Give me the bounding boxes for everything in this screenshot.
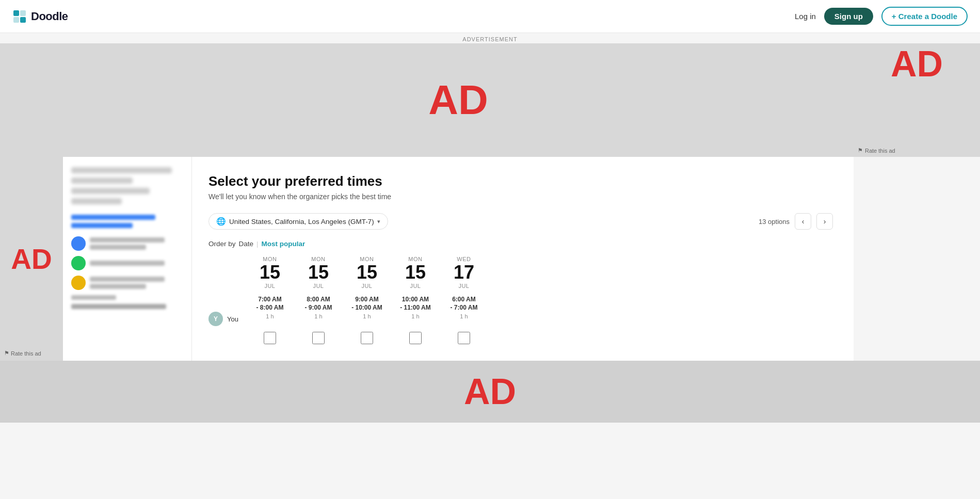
day-header-1: MON 15 JUL (308, 256, 329, 289)
header: Doodle Log in Sign up + Create a Doodle (0, 0, 980, 33)
blurred-line-3 (71, 188, 150, 194)
svg-rect-0 (13, 10, 19, 16)
flag-icon-right: ⚑ (858, 147, 863, 154)
rate-this-ad-right[interactable]: ⚑ Rate this ad (854, 145, 899, 157)
ad-left-text: AD (11, 243, 52, 276)
options-nav: 13 options ‹ › (759, 213, 833, 230)
checkbox-2[interactable] (361, 332, 373, 344)
svg-rect-2 (13, 17, 19, 23)
create-doodle-button[interactable]: + Create a Doodle (881, 7, 968, 26)
ad-left-top (0, 43, 63, 157)
day-col-0: MON 15 JUL 7:00 AM- 8:00 AM 1 h (247, 256, 293, 344)
day-number-3: 15 (405, 262, 426, 283)
blurred-link-1 (71, 215, 155, 220)
doodle-panel: Select your preferred times We'll let yo… (192, 157, 854, 361)
day-header-3: MON 15 JUL (405, 256, 426, 289)
panel-title: Select your preferred times (208, 173, 833, 189)
day-columns: MON 15 JUL 7:00 AM- 8:00 AM 1 h MON 15 J… (247, 256, 487, 344)
login-button[interactable]: Log in (795, 12, 816, 21)
header-actions: Log in Sign up + Create a Doodle (795, 7, 968, 26)
ad-bottom: AD (0, 361, 980, 423)
day-number-1: 15 (308, 262, 329, 283)
day-col-2: MON 15 JUL 9:00 AM- 10:00 AM 1 h (344, 256, 390, 344)
flag-icon-left: ⚑ (4, 350, 9, 357)
logo-area: Doodle (12, 9, 68, 24)
order-by-date-link[interactable]: Date (239, 240, 254, 248)
calendar-grid: Y You MON 15 JUL 7:00 AM- 8:00 AM 1 h MO… (208, 256, 833, 344)
order-by-label: Order by (208, 240, 236, 248)
duration-2: 1 h (363, 313, 371, 319)
blurred-text-2a (90, 261, 165, 266)
day-number-2: 15 (357, 262, 377, 283)
blurred-small-1 (71, 295, 116, 300)
checkbox-3[interactable] (409, 332, 422, 344)
time-slot-2: 9:00 AM- 10:00 AM (351, 295, 382, 313)
next-button[interactable]: › (816, 213, 833, 230)
blurred-text-group-1 (90, 237, 183, 250)
svg-rect-1 (20, 10, 26, 16)
signup-button[interactable]: Sign up (824, 8, 873, 25)
calendar-labels-col: Y You (208, 256, 238, 336)
globe-icon: 🌐 (216, 217, 226, 226)
advertisement-label: ADVERTISEMENT (0, 33, 980, 43)
user-row: Y You (208, 301, 238, 336)
ad-bottom-text: AD (464, 371, 516, 412)
time-slot-0: 7:00 AM- 8:00 AM (256, 295, 283, 313)
options-count: 13 options (759, 218, 790, 226)
logo-text: Doodle (31, 10, 68, 23)
time-slot-4: 6:00 AM- 7:00 AM (450, 295, 477, 313)
ad-right-top: AD ⚑ Rate this ad (854, 43, 980, 157)
user-name: You (227, 315, 238, 323)
doodle-logo-icon (12, 9, 27, 24)
user-avatar: Y (208, 312, 223, 326)
day-number-4: 17 (454, 262, 474, 283)
blurred-text-group-2 (90, 261, 183, 266)
blurred-line-4 (71, 198, 122, 204)
left-sidebar-ad: AD ⚑ Rate this ad (0, 157, 63, 361)
rate-this-ad-left[interactable]: ⚑ Rate this ad (4, 350, 41, 357)
day-col-1: MON 15 JUL 8:00 AM- 9:00 AM 1 h (295, 256, 342, 344)
duration-1: 1 h (314, 313, 322, 319)
day-month-1: JUL (308, 283, 329, 289)
blurred-line-1 (71, 167, 172, 173)
order-by-popular-link[interactable]: Most popular (262, 240, 306, 248)
day-header-4: WED 17 JUL (454, 256, 474, 289)
right-sidebar-ad (854, 157, 980, 361)
order-separator: | (256, 240, 259, 248)
timezone-row: 🌐 United States, California, Los Angeles… (208, 213, 833, 230)
order-by-row: Order by Date | Most popular (208, 240, 833, 248)
blurred-text-3b (90, 284, 146, 289)
duration-0: 1 h (266, 313, 274, 319)
blurred-user-2 (71, 256, 183, 270)
blurred-line-2 (71, 178, 133, 184)
ad-center-top: AD (63, 43, 854, 157)
day-col-3: MON 15 JUL 10:00 AM- 11:00 AM 1 h (392, 256, 439, 344)
left-info-panel (63, 157, 192, 361)
day-header-0: MON 15 JUL (260, 256, 280, 289)
timezone-selector[interactable]: 🌐 United States, California, Los Angeles… (208, 213, 388, 230)
prev-button[interactable]: ‹ (795, 213, 811, 230)
day-month-4: JUL (454, 283, 474, 289)
avatar-2 (71, 256, 86, 270)
day-month-2: JUL (357, 283, 377, 289)
blurred-text-3a (90, 277, 165, 282)
day-month-0: JUL (260, 283, 280, 289)
checkbox-0[interactable] (264, 332, 276, 344)
ad-section-top: AD AD ⚑ Rate this ad (0, 43, 980, 157)
time-slot-3: 10:00 AM- 11:00 AM (400, 295, 431, 313)
checkbox-1[interactable] (312, 332, 325, 344)
checkbox-4[interactable] (458, 332, 470, 344)
day-col-4: WED 17 JUL 6:00 AM- 7:00 AM 1 h (441, 256, 487, 344)
chevron-down-icon: ▾ (377, 218, 380, 225)
panel-subtitle: We'll let you know when the organizer pi… (208, 192, 833, 201)
blurred-text-1b (90, 245, 146, 250)
main-content-row: AD ⚑ Rate this ad (0, 157, 980, 361)
avatar-1 (71, 236, 86, 251)
day-number-0: 15 (260, 262, 280, 283)
day-header-2: MON 15 JUL (357, 256, 377, 289)
duration-4: 1 h (460, 313, 468, 319)
blurred-text-1a (90, 237, 165, 243)
day-month-3: JUL (405, 283, 426, 289)
ad-center-text: AD (428, 76, 488, 124)
duration-3: 1 h (411, 313, 419, 319)
